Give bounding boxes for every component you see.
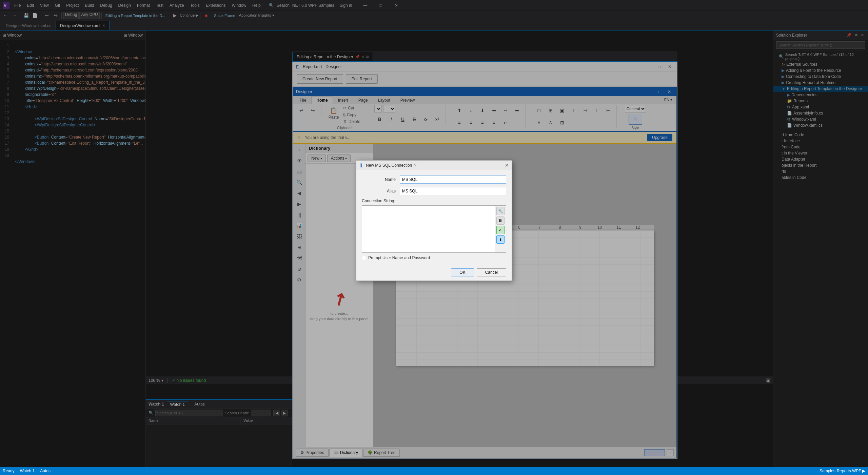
status-samples[interactable]: Samples-Reports.WPF ▶ bbox=[820, 469, 865, 473]
ready-label: Ready bbox=[3, 469, 15, 473]
modal-title: New MS SQL Connection bbox=[366, 163, 412, 168]
modal-titlebar: 🗄 New MS SQL Connection ? ✕ bbox=[356, 161, 512, 170]
status-right: Samples-Reports.WPF ▶ bbox=[820, 469, 865, 473]
name-input[interactable] bbox=[400, 175, 506, 184]
modal-help-btn[interactable]: ? bbox=[414, 163, 416, 168]
status-autos[interactable]: Autos bbox=[40, 469, 51, 473]
conn-info-btn[interactable]: ℹ bbox=[496, 235, 505, 244]
modal-name-row: Name bbox=[362, 175, 506, 184]
modal-dialog: 🗄 New MS SQL Connection ? ✕ Name Alias C… bbox=[356, 160, 512, 281]
modal-body: Name Alias Connection String: 🔧 🗑 ✓ ℹ bbox=[356, 170, 512, 266]
watch-status-label: Watch 1 bbox=[20, 469, 35, 473]
cancel-button[interactable]: Cancel bbox=[477, 268, 506, 276]
conn-tools: 🔧 🗑 ✓ ℹ bbox=[495, 206, 506, 252]
modal-alias-row: Alias bbox=[362, 187, 506, 195]
conn-string-area: 🔧 🗑 ✓ ℹ bbox=[362, 205, 506, 253]
conn-string-section: Connection String: 🔧 🗑 ✓ ℹ Prompt User N… bbox=[362, 199, 506, 260]
modal-close-btn[interactable]: ✕ bbox=[505, 163, 509, 168]
conn-build-btn[interactable]: 🔧 bbox=[496, 207, 505, 215]
conn-string-input[interactable] bbox=[362, 206, 495, 252]
prompt-label: Prompt User Name and Password bbox=[368, 255, 430, 260]
prompt-checkbox[interactable] bbox=[362, 256, 366, 260]
modal-footer: OK Cancel bbox=[356, 266, 512, 281]
autos-label: Autos bbox=[40, 469, 51, 473]
name-label: Name bbox=[362, 177, 396, 182]
modal-overlay: 🗄 New MS SQL Connection ? ✕ Name Alias C… bbox=[0, 0, 868, 475]
conn-string-label: Connection String: bbox=[362, 199, 506, 203]
conn-test-btn[interactable]: ✓ bbox=[496, 226, 505, 234]
conn-clear-btn[interactable]: 🗑 bbox=[496, 216, 505, 225]
status-bar: Ready Watch 1 Autos Samples-Reports.WPF … bbox=[0, 467, 868, 475]
ok-button[interactable]: OK bbox=[451, 268, 474, 276]
alias-label: Alias bbox=[362, 189, 396, 193]
samples-label: Samples-Reports.WPF ▶ bbox=[820, 469, 865, 473]
status-ready[interactable]: Ready bbox=[3, 469, 15, 473]
alias-input[interactable] bbox=[400, 187, 506, 195]
status-watch[interactable]: Watch 1 bbox=[20, 469, 35, 473]
modal-icon: 🗄 bbox=[359, 163, 364, 168]
prompt-checkbox-row: Prompt User Name and Password bbox=[362, 255, 506, 260]
